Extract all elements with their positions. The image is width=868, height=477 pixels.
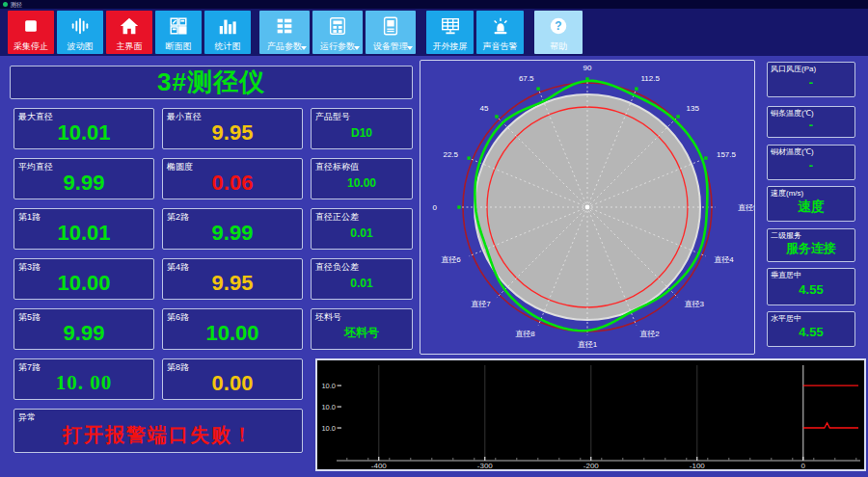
tile-value: 9.95 bbox=[163, 267, 302, 299]
toolbar-button-label: 开外接屏 bbox=[433, 41, 468, 51]
station-title: 3#测径仪 bbox=[157, 66, 265, 99]
status-panel-2: 铜条温度(℃)- bbox=[767, 106, 855, 138]
metric-tile-12: 直径负公差0.01 bbox=[311, 258, 413, 300]
metric-tile-9: 直径正公差0.01 bbox=[311, 208, 413, 250]
toolbar-button-8[interactable]: 设备管理 bbox=[366, 11, 416, 54]
svg-text:直径3: 直径3 bbox=[684, 300, 704, 308]
metric-tile-5: 椭圆度0.06 bbox=[162, 158, 303, 199]
metric-tile-6: 直径标称值10.00 bbox=[311, 158, 413, 199]
toolbar-button-label: 采集停止 bbox=[14, 41, 48, 51]
tile-value: 9.99 bbox=[14, 317, 153, 349]
device-icon bbox=[380, 14, 401, 38]
status-value: - bbox=[768, 113, 854, 137]
status-panel-1: 风口风压(Pa)- bbox=[767, 62, 855, 97]
dropdown-arrow-icon bbox=[301, 46, 307, 50]
toolbar-button-label: 设备管理 bbox=[373, 41, 408, 51]
svg-text:直径7: 直径7 bbox=[471, 300, 491, 308]
cross-section-panel: 022.54567.590112.5135157.5直径1直径2直径3直径4直径… bbox=[420, 60, 755, 355]
toolbar-button-7[interactable]: 运行参数 bbox=[312, 11, 363, 54]
svg-text:-400: -400 bbox=[371, 462, 388, 469]
status-value: 服务连接 bbox=[768, 235, 854, 261]
toolbar-button-2[interactable]: 波动图 bbox=[57, 11, 103, 54]
svg-text:135: 135 bbox=[687, 104, 700, 113]
tile-value: 10.01 bbox=[14, 117, 153, 148]
toolbar: 采集停止波动图主界面断面图统计图产品参数运行参数设备管理开外接屏声音告警?帮助 bbox=[0, 9, 868, 56]
svg-text:112.5: 112.5 bbox=[640, 74, 660, 83]
svg-text:10.0: 10.0 bbox=[321, 382, 336, 390]
tile-value: D10 bbox=[312, 117, 412, 148]
keypad-icon bbox=[327, 14, 348, 38]
right-status-column: 风口风压(Pa)-铜条温度(℃)-铜材温度(℃)-速度(m/s)速度二级服务服务… bbox=[767, 62, 855, 351]
alarm-panel: 异常打开报警端口失败！ bbox=[14, 409, 303, 453]
tile-value: 10. 00 bbox=[14, 367, 153, 399]
svg-text:22.5: 22.5 bbox=[443, 150, 458, 159]
svg-text:45: 45 bbox=[480, 104, 489, 113]
toolbar-button-3[interactable]: 主界面 bbox=[106, 11, 152, 54]
grid4-icon bbox=[168, 14, 189, 38]
tile-value: 0.01 bbox=[312, 267, 412, 299]
metric-tile-14: 第6路10.00 bbox=[162, 308, 303, 350]
status-value: 速度 bbox=[768, 193, 854, 221]
toolbar-button-label: 断面图 bbox=[166, 41, 192, 51]
metric-tile-11: 第4路9.95 bbox=[162, 258, 303, 300]
help-icon: ? bbox=[548, 14, 569, 38]
toolbar-button-label: 波动图 bbox=[68, 41, 94, 51]
svg-text:直径4: 直径4 bbox=[714, 255, 734, 264]
bars-icon bbox=[217, 14, 238, 38]
metric-tile-1: 最大直径10.01 bbox=[14, 108, 154, 149]
tile-value: 10.00 bbox=[312, 167, 412, 199]
toolbar-button-10[interactable]: 声音告警 bbox=[476, 11, 524, 54]
trend-chart: -400-300-200-100010.010.010.0 bbox=[317, 360, 864, 469]
siren-icon bbox=[490, 14, 511, 38]
metric-tile-13: 第5路9.99 bbox=[14, 308, 154, 350]
status-value: - bbox=[768, 68, 854, 96]
toolbar-button-label: 统计图 bbox=[215, 41, 241, 51]
tile-value: 0.06 bbox=[163, 167, 302, 199]
status-value: 4.55 bbox=[768, 275, 854, 305]
metric-tile-10: 第3路10.00 bbox=[14, 258, 154, 300]
toolbar-button-1[interactable]: 采集停止 bbox=[8, 11, 54, 54]
app-icon bbox=[3, 2, 8, 7]
status-panel-5: 二级服务服务连接 bbox=[767, 228, 855, 262]
window-title: 测径 bbox=[11, 2, 22, 8]
status-panel-3: 铜材温度(℃)- bbox=[767, 145, 855, 180]
svg-text:-300: -300 bbox=[477, 462, 494, 469]
toolbar-button-11[interactable]: ?帮助 bbox=[534, 11, 583, 54]
metric-tile-17: 第8路0.00 bbox=[162, 358, 303, 400]
trend-chart-panel: -400-300-200-100010.010.010.0 bbox=[315, 358, 866, 471]
tile-value: 10.01 bbox=[14, 217, 153, 249]
alarm-message: 打开报警端口失败！ bbox=[14, 417, 302, 452]
tile-value: 0.01 bbox=[312, 217, 412, 249]
metric-tile-15: 坯料号坯料号 bbox=[311, 308, 413, 350]
toolbar-button-5[interactable]: 统计图 bbox=[204, 11, 251, 54]
svg-text:直径1: 直径1 bbox=[578, 340, 598, 349]
status-panel-6: 垂直居中4.55 bbox=[767, 268, 855, 305]
monitor-icon bbox=[440, 14, 461, 38]
svg-text:90: 90 bbox=[583, 64, 592, 72]
svg-text:0: 0 bbox=[433, 203, 438, 212]
toolbar-button-9[interactable]: 开外接屏 bbox=[426, 11, 474, 54]
tile-value: 9.95 bbox=[163, 117, 302, 148]
window-titlebar: 测径 bbox=[0, 0, 868, 9]
status-value: - bbox=[768, 151, 854, 179]
svg-text:直径6: 直径6 bbox=[441, 255, 461, 264]
dropdown-arrow-icon bbox=[407, 46, 413, 50]
metric-tile-4: 平均直径9.99 bbox=[14, 158, 154, 199]
metric-tile-7: 第1路10.01 bbox=[14, 208, 154, 250]
toolbar-button-label: 帮助 bbox=[550, 41, 567, 51]
dropdown-arrow-icon bbox=[354, 46, 360, 50]
cross-section-chart: 022.54567.590112.5135157.5直径1直径2直径3直径4直径… bbox=[420, 61, 754, 354]
stop-icon bbox=[21, 14, 41, 38]
toolbar-button-label: 主界面 bbox=[117, 41, 143, 51]
toolbar-button-label: 声音告警 bbox=[483, 41, 518, 51]
metric-tile-2: 最小直径9.95 bbox=[162, 108, 303, 149]
svg-text:-200: -200 bbox=[583, 462, 600, 469]
toolbar-button-label: 产品参数 bbox=[267, 41, 302, 51]
status-panel-7: 水平居中4.55 bbox=[767, 311, 855, 347]
home-icon bbox=[119, 14, 140, 38]
svg-text:直径2: 直径2 bbox=[639, 330, 660, 338]
metric-tile-8: 第2路9.99 bbox=[162, 208, 303, 250]
status-value: 4.55 bbox=[768, 318, 854, 346]
toolbar-button-4[interactable]: 断面图 bbox=[155, 11, 202, 54]
toolbar-button-6[interactable]: 产品参数 bbox=[259, 11, 310, 54]
